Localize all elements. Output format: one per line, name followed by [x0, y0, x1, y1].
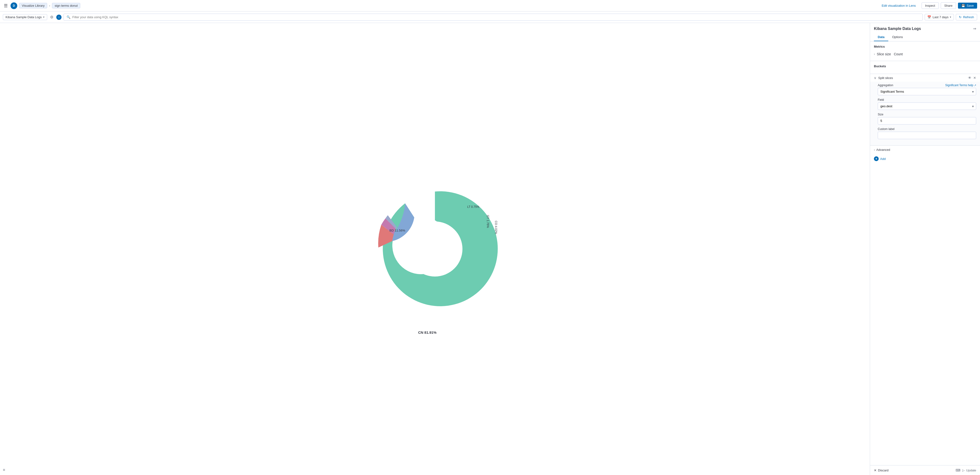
refresh-label: Refresh	[963, 15, 974, 19]
field-label: Field	[878, 98, 976, 102]
update-icon: ▷	[962, 469, 965, 472]
field-form-row: Field geo.dest	[878, 98, 976, 110]
split-slices-chevron-icon: ∨	[874, 76, 876, 80]
bucket-eye-button[interactable]: 👁	[968, 76, 971, 80]
label-gt: GT 1.76%	[486, 215, 490, 228]
calendar-icon: 📅	[928, 15, 931, 19]
discard-icon: ✕	[874, 469, 877, 472]
tab-data[interactable]: Data	[874, 33, 888, 41]
save-icon: 💾	[961, 4, 965, 8]
chevron-down-icon: ▾	[43, 16, 45, 19]
index-selector[interactable]: Kibana Sample Data Logs ▾	[3, 14, 47, 20]
user-avatar: D	[11, 2, 17, 9]
label-cn: CN 81.91%	[418, 330, 437, 334]
save-button[interactable]: 💾 Save	[958, 3, 977, 9]
label-co: CO 4.02%	[494, 221, 498, 234]
search-icon: 🔍	[67, 15, 70, 19]
index-name-label: Kibana Sample Data Logs	[5, 15, 42, 19]
buckets-title: Buckets	[874, 64, 976, 68]
bucket-close-button[interactable]: ✕	[973, 76, 976, 80]
bottom-left-area: ≡	[3, 468, 5, 472]
label-lt: LT 0.75%	[467, 205, 479, 208]
date-range-label: Last 7 days	[932, 15, 949, 19]
inspect-button[interactable]: Inspect	[921, 2, 939, 9]
filter-bar: Kibana Sample Data Logs ▾ ⚙ i 🔍 📅 Last 7…	[0, 11, 980, 23]
buckets-section: Buckets	[870, 61, 980, 74]
size-input[interactable]	[878, 117, 976, 124]
add-bucket-button[interactable]: + Add	[870, 154, 980, 164]
advanced-row[interactable]: › Advanced	[870, 146, 980, 154]
donut-hole	[407, 221, 463, 276]
keyboard-shortcut-button[interactable]: ⌨	[956, 468, 960, 472]
breadcrumb-visualize-library[interactable]: Visualize Library	[19, 3, 47, 8]
count-label: Count	[894, 52, 903, 56]
panel-title: Kibana Sample Data Logs ⇒	[874, 26, 976, 31]
panel-tabs: Data Options	[874, 33, 976, 41]
aggregation-label: Aggregation Significant Terms help ↗	[878, 84, 976, 87]
discard-label: Discard	[878, 469, 889, 472]
tab-options[interactable]: Options	[888, 33, 907, 41]
edit-in-lens-link[interactable]: Edit visualization in Lens	[881, 4, 916, 8]
advanced-label: Advanced	[876, 148, 890, 151]
split-slices-row[interactable]: ∨ Split slices 👁 ✕	[870, 74, 980, 82]
add-btn-label: Add	[880, 157, 886, 160]
metrics-section: Metrics › Slice size Count	[870, 41, 980, 61]
field-select-wrapper: geo.dest	[878, 102, 976, 110]
aggregation-form-row: Aggregation Significant Terms help ↗ Sig…	[878, 84, 976, 95]
main-layout: CN 81.91% BD 11.56% CO 4.02% GT 1.76% LT…	[0, 23, 980, 475]
metrics-chevron-icon: ›	[874, 52, 875, 56]
legend-toggle-button[interactable]: ≡	[3, 468, 5, 472]
field-select[interactable]: geo.dest	[878, 102, 976, 110]
bucket-detail-form: Aggregation Significant Terms help ↗ Sig…	[870, 82, 980, 146]
refresh-icon: ↻	[959, 15, 962, 19]
add-circle-icon: +	[874, 156, 879, 161]
metrics-slice-size-row[interactable]: › Slice size Count	[874, 51, 976, 57]
split-slices-label: Split slices	[878, 76, 966, 80]
custom-label-input[interactable]	[878, 132, 976, 139]
custom-label-form-row: Custom label	[878, 127, 976, 139]
chevron-down-icon: ▾	[950, 16, 951, 19]
kql-filter-input[interactable]	[72, 15, 920, 19]
panel-header: Kibana Sample Data Logs ⇒ Data Options	[870, 23, 980, 41]
top-nav: ☰ D Visualize Library › sign terms donut…	[0, 0, 980, 11]
slice-size-label: Slice size	[877, 52, 891, 56]
kql-filter-input-wrapper[interactable]: 🔍	[64, 14, 923, 21]
right-panel: || Kibana Sample Data Logs ⇒ Data Option…	[870, 23, 980, 475]
panel-options-button[interactable]: ⇒	[973, 26, 976, 31]
breadcrumb-separator: ›	[49, 4, 50, 8]
donut-svg	[368, 182, 502, 316]
custom-label-label: Custom label	[878, 127, 976, 131]
breadcrumb-current-viz[interactable]: sign terms donut	[52, 3, 80, 8]
bucket-actions: 👁 ✕	[968, 76, 976, 80]
filter-options-button[interactable]: ⚙	[49, 14, 54, 21]
date-picker-button[interactable]: 📅 Last 7 days ▾	[925, 14, 954, 21]
share-button[interactable]: Share	[941, 2, 956, 9]
label-bd: BD 11.56%	[390, 229, 405, 232]
significant-terms-help-link[interactable]: Significant Terms help ↗	[945, 84, 976, 87]
donut-chart: CN 81.91% BD 11.56% CO 4.02% GT 1.76% LT…	[368, 182, 502, 316]
info-button[interactable]: i	[56, 14, 62, 20]
advanced-chevron-icon: ›	[874, 148, 875, 151]
aggregation-select[interactable]: Significant Terms	[878, 88, 976, 95]
update-button[interactable]: ▷ Update	[962, 469, 976, 472]
refresh-button[interactable]: ↻ Refresh	[956, 14, 977, 21]
size-form-row: Size	[878, 113, 976, 124]
metrics-title: Metrics	[874, 45, 976, 48]
hamburger-menu-button[interactable]: ☰	[3, 2, 9, 10]
update-label: Update	[966, 469, 976, 472]
discard-button[interactable]: ✕ Discard	[874, 469, 889, 472]
chart-area: CN 81.91% BD 11.56% CO 4.02% GT 1.76% LT…	[0, 23, 870, 475]
size-label: Size	[878, 113, 976, 116]
panel-footer: ✕ Discard ⌨ ▷ Update	[870, 465, 980, 475]
collapse-handle[interactable]: ||	[870, 244, 870, 254]
aggregation-select-wrapper: Significant Terms	[878, 88, 976, 95]
